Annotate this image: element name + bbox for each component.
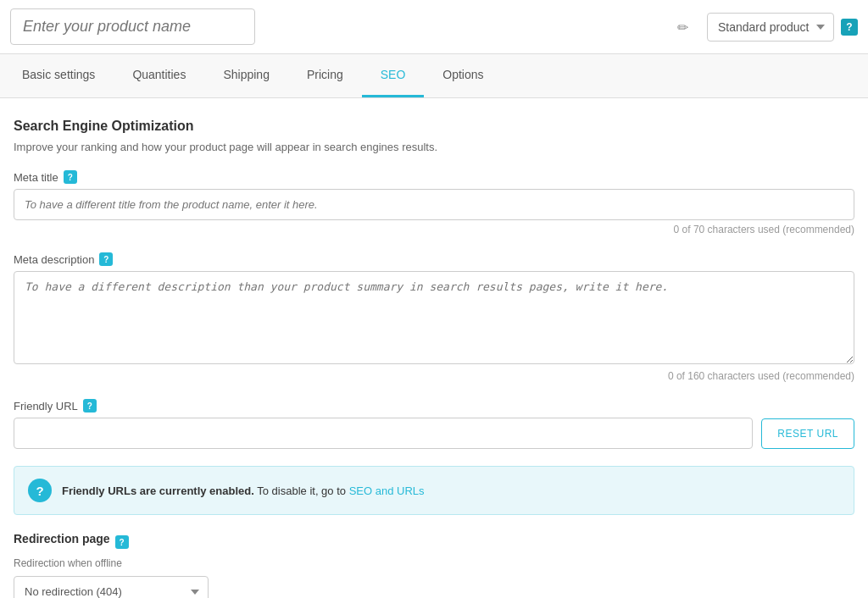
product-name-wrapper: ✏ <box>10 8 697 45</box>
header: ✏ Standard product Pack of products Virt… <box>0 0 868 54</box>
friendly-url-group: Friendly URL ? RESET URL <box>14 399 854 449</box>
meta-title-input[interactable] <box>14 189 854 220</box>
tab-options[interactable]: Options <box>424 54 502 97</box>
url-row: RESET URL <box>14 418 854 449</box>
redirection-title: Redirection page ? <box>14 532 854 552</box>
tab-shipping[interactable]: Shipping <box>204 54 288 97</box>
product-name-input[interactable] <box>10 8 255 45</box>
meta-description-input[interactable] <box>14 271 854 364</box>
meta-description-label: Meta description ? <box>14 252 854 266</box>
meta-title-help[interactable]: ? <box>64 170 77 184</box>
friendly-url-help[interactable]: ? <box>83 399 97 413</box>
meta-title-char-count: 0 of 70 characters used (recommended) <box>14 224 854 235</box>
friendly-url-input[interactable] <box>14 418 753 449</box>
meta-description-group: Meta description ? 0 of 160 characters u… <box>14 252 854 382</box>
reset-url-button[interactable]: RESET URL <box>761 418 854 449</box>
seo-content: Search Engine Optimization Improve your … <box>0 98 868 598</box>
redirection-subtitle: Redirection when offline <box>14 557 854 569</box>
product-type-help-badge[interactable]: ? <box>841 19 858 36</box>
redirection-section: Redirection page ? Redirection when offl… <box>14 532 854 598</box>
product-type-select[interactable]: Standard product Pack of products Virtua… <box>707 13 834 42</box>
tab-pricing[interactable]: Pricing <box>288 54 362 97</box>
friendly-url-label: Friendly URL ? <box>14 399 854 413</box>
info-icon: ? <box>28 479 52 502</box>
info-box: ? Friendly URLs are currently enabled. T… <box>14 466 854 515</box>
seo-section-title: Search Engine Optimization <box>14 119 854 134</box>
tab-bar: Basic settings Quantities Shipping Prici… <box>0 54 868 98</box>
redirection-help[interactable]: ? <box>115 535 129 549</box>
tab-seo[interactable]: SEO <box>362 54 425 97</box>
product-type-wrapper: Standard product Pack of products Virtua… <box>707 13 858 42</box>
meta-title-group: Meta title ? 0 of 70 characters used (re… <box>14 170 854 235</box>
tab-basic-settings[interactable]: Basic settings <box>3 54 114 97</box>
meta-title-label: Meta title ? <box>14 170 854 184</box>
meta-description-help[interactable]: ? <box>99 252 113 266</box>
edit-icon: ✏ <box>677 19 688 35</box>
info-box-text: Friendly URLs are currently enabled. To … <box>62 484 425 497</box>
tab-quantities[interactable]: Quantities <box>114 54 204 97</box>
seo-section-desc: Improve your ranking and how your produc… <box>14 141 854 153</box>
seo-urls-link[interactable]: SEO and URLs <box>349 484 425 497</box>
redirection-select[interactable]: No redirection (404) Permanent redirecti… <box>14 576 209 598</box>
meta-description-char-count: 0 of 160 characters used (recommended) <box>14 370 854 382</box>
